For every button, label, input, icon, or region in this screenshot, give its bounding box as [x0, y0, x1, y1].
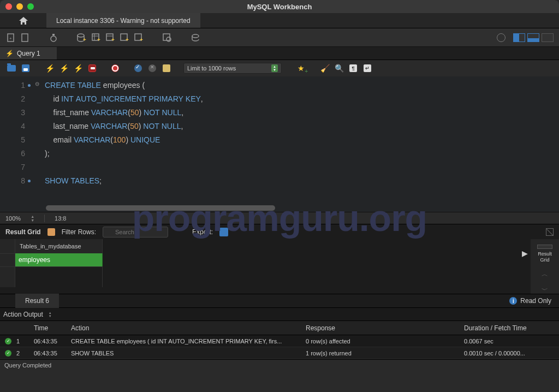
- minimize-window-button[interactable]: [16, 3, 23, 10]
- output-row[interactable]: ✓ 2 06:43:35 SHOW TABLES 1 row(s) return…: [0, 347, 559, 359]
- filter-rows-input[interactable]: [103, 227, 168, 237]
- create-schema-icon[interactable]: +: [76, 32, 87, 43]
- result-cell[interactable]: employees: [15, 253, 103, 266]
- traffic-lights: [5, 3, 34, 10]
- result-toolbar: Result Grid Filter Rows: 🔍 Export:: [0, 224, 559, 239]
- svg-text:+: +: [97, 37, 100, 42]
- output-header-label: Action Output: [3, 311, 43, 318]
- create-function-icon[interactable]: +: [133, 32, 144, 43]
- reconnect-icon[interactable]: [190, 32, 201, 43]
- toggle-limit-icon[interactable]: [162, 63, 171, 73]
- result-footer: Result 6 i Read Only: [0, 294, 559, 308]
- execute-icon[interactable]: ⚡: [45, 63, 55, 73]
- code-content[interactable]: CREATE TABLE employees ( id INT AUTO_INC…: [34, 76, 559, 212]
- new-sql-file-icon[interactable]: +: [5, 32, 16, 43]
- row-limit-select[interactable]: Limit to 1000 rows ▲▼: [183, 63, 282, 74]
- wrap-cell-icon[interactable]: [546, 228, 554, 236]
- svg-text:+: +: [9, 36, 12, 41]
- beautify-icon[interactable]: 🧹: [320, 63, 330, 73]
- line-gutter: 1 2 3 4 5 6 7 8: [0, 76, 34, 212]
- query-tab[interactable]: ⚡ Query 1: [0, 47, 57, 60]
- horizontal-scrollbar[interactable]: [46, 205, 275, 211]
- filter-rows-label: Filter Rows:: [62, 228, 96, 236]
- snippet-icon[interactable]: ★: [296, 63, 306, 73]
- output-row[interactable]: ✓ 1 06:43:35 CREATE TABLE employees ( id…: [0, 335, 559, 347]
- svg-text:+: +: [111, 37, 115, 42]
- stop-icon[interactable]: [87, 63, 97, 73]
- editor-status-bar: 100% ▲▼ 13:8: [0, 212, 559, 224]
- result-grid-label: Result Grid: [5, 228, 41, 236]
- svg-rect-2: [22, 34, 28, 41]
- chevron-up-icon[interactable]: ︿: [542, 270, 548, 279]
- status-text: Query Completed: [4, 362, 51, 369]
- svg-point-20: [192, 34, 199, 38]
- window-title: MySQL Workbench: [0, 3, 559, 11]
- toggle-left-panel-button[interactable]: [513, 33, 525, 42]
- tray-label: Result Grid: [538, 251, 552, 263]
- row-header[interactable]: [0, 253, 15, 266]
- create-table-icon[interactable]: +: [91, 32, 102, 43]
- readonly-badge: i Read Only: [509, 297, 551, 305]
- result-area: Tables_in_mydatabase employees ▶ Result …: [0, 239, 559, 294]
- create-view-icon[interactable]: +: [105, 32, 116, 43]
- col-duration: Duration / Fetch Time: [463, 324, 559, 332]
- svg-rect-4: [52, 34, 55, 35]
- svg-text:+: +: [140, 37, 143, 42]
- zoom-stepper[interactable]: ▲▼: [31, 215, 34, 222]
- column-header[interactable]: Tables_in_mydatabase: [15, 239, 103, 253]
- result-tab[interactable]: Result 6: [15, 294, 59, 308]
- open-file-icon[interactable]: [7, 63, 16, 73]
- output-table: Time Action Response Duration / Fetch Ti…: [0, 321, 559, 359]
- export-icon[interactable]: [219, 228, 228, 236]
- explain-icon[interactable]: ⚡: [73, 63, 83, 73]
- lightning-icon: ⚡: [5, 50, 14, 57]
- invisible-chars-icon[interactable]: ¶: [348, 63, 358, 73]
- zoom-window-button[interactable]: [27, 3, 34, 10]
- svg-text:+: +: [83, 37, 86, 42]
- inspector-icon[interactable]: [48, 32, 59, 43]
- tray-arrow-icon[interactable]: ▶: [522, 249, 528, 258]
- fold-icon[interactable]: ⊖: [35, 81, 39, 87]
- stepper-icon: ▲▼: [271, 64, 278, 72]
- main-toolbar: + + + + + +: [0, 28, 559, 47]
- connection-tab[interactable]: Local instance 3306 - Warning - not supp…: [46, 13, 200, 28]
- svg-point-3: [51, 36, 56, 41]
- settings-icon[interactable]: [497, 33, 506, 42]
- open-sql-file-icon[interactable]: [20, 32, 31, 43]
- toggle-bottom-panel-button[interactable]: [527, 33, 539, 42]
- home-tab[interactable]: [0, 13, 46, 28]
- close-window-button[interactable]: [5, 3, 12, 10]
- toggle-right-panel-button[interactable]: [542, 33, 554, 42]
- export-label: Export:: [192, 228, 213, 236]
- connection-tabs: Local instance 3306 - Warning - not supp…: [0, 13, 559, 28]
- output-table-header: Time Action Response Duration / Fetch Ti…: [0, 321, 559, 335]
- query-tab-label: Query 1: [17, 50, 40, 57]
- info-icon: i: [509, 297, 517, 305]
- query-tab-bar: ⚡ Query 1: [0, 47, 559, 60]
- output-header: Action Output ▲▼: [0, 308, 559, 321]
- execute-current-icon[interactable]: ⚡: [59, 63, 69, 73]
- output-stepper[interactable]: ▲▼: [49, 311, 52, 318]
- svg-text:+: +: [126, 37, 129, 42]
- titlebar: MySQL Workbench: [0, 0, 559, 13]
- zoom-level: 100%: [5, 215, 21, 222]
- sql-editor[interactable]: 1 2 3 4 5 6 7 8 ⊖ CREATE TABLE employees…: [0, 76, 559, 212]
- cursor-position: 13:8: [55, 215, 66, 222]
- search-table-icon[interactable]: [162, 32, 173, 43]
- save-file-icon[interactable]: [21, 63, 31, 73]
- col-response: Response: [305, 324, 463, 332]
- toggle-autocommit-icon[interactable]: [110, 63, 120, 73]
- col-action: Action: [70, 324, 305, 332]
- rollback-icon[interactable]: [147, 63, 157, 73]
- success-icon: ✓: [5, 350, 11, 357]
- grid-icon[interactable]: [47, 228, 55, 236]
- col-time: Time: [33, 324, 70, 332]
- word-wrap-icon[interactable]: ↵: [362, 63, 372, 73]
- editor-toolbar: ⚡ ⚡ ⚡ Limit to 1000 rows ▲▼ ★ 🧹 🔍 ¶ ↵: [0, 60, 559, 76]
- create-procedure-icon[interactable]: +: [119, 32, 130, 43]
- success-icon: ✓: [5, 338, 11, 345]
- find-icon[interactable]: 🔍: [334, 63, 344, 73]
- commit-icon[interactable]: [133, 63, 143, 73]
- result-grid-view-icon[interactable]: [537, 245, 552, 249]
- result-grid[interactable]: Tables_in_mydatabase employees: [0, 239, 531, 294]
